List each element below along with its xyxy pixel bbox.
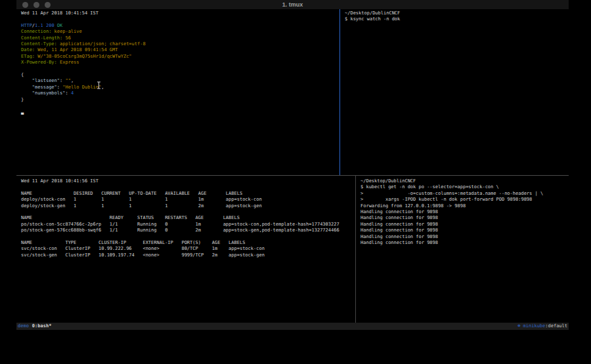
terminal-line: "numsymbols": 4 [21, 91, 339, 96]
terminal-line: po/stock-con-5cc874766c-2p6rp 1/1 Runnin… [21, 222, 355, 228]
status-left: demo 0:bash* [16, 323, 51, 330]
terminal-line [21, 184, 355, 190]
terminal-line [21, 209, 355, 215]
terminal-line: Handling connection for 9898 [361, 234, 569, 240]
kube-namespace: :default [545, 323, 567, 330]
terminal-line: Date: Wed, 11 Apr 2018 09:41:54 GMT [21, 47, 339, 53]
terminal-line: $ ksync watch -n dok [345, 16, 569, 22]
pane-divider-vertical-bottom[interactable] [355, 176, 356, 323]
window-title: 1. tmux [16, 0, 569, 9]
terminal-line: X-Powered-By: Express [21, 60, 339, 66]
terminal-line: "lastseen": "", [21, 78, 339, 84]
terminal-line: NAME TYPE CLUSTER-IP EXTERNAL-IP PORT(S)… [21, 240, 355, 246]
title-bar[interactable]: 1. tmux [16, 0, 569, 9]
terminal-content: Wed 11 Apr 2018 10:41:54 IST HTTP/1.1 20… [16, 9, 569, 323]
terminal-line: Connection: keep-alive [21, 29, 339, 35]
terminal-line: ▃ [21, 110, 339, 115]
terminal-line: NAME DESIRED CURRENT UP-TO-DATE AVAILABL… [21, 191, 355, 197]
terminal-line: "message": "Hello Dublin", [21, 85, 339, 91]
kube-context: minikube [520, 323, 545, 330]
text-cursor-pointer-icon [97, 81, 101, 89]
terminal-line: Content-Length: 56 [21, 35, 339, 41]
session-name: demo [18, 323, 29, 330]
terminal-line: Wed 11 Apr 2018 10:41:54 IST [21, 10, 339, 16]
terminal-line: HTTP/1.1 200 OK [21, 23, 339, 29]
pane-kubectl-get[interactable]: Wed 11 Apr 2018 10:41:56 IST NAME DESIRE… [16, 176, 355, 323]
terminal-line: Handling connection for 9898 [361, 209, 569, 215]
terminal-line [21, 103, 339, 109]
tmux-status-bar: demo 0:bash* ☸ minikube :default [16, 323, 569, 330]
status-right: ☸ minikube :default [517, 323, 569, 330]
terminal-line: > -o=custom-columns=:metadata.name --no-… [361, 191, 569, 197]
terminal-line: Handling connection for 9898 [361, 228, 569, 233]
terminal-line: Handling connection for 9898 [361, 240, 569, 246]
pane-divider-vertical-top[interactable] [339, 9, 340, 175]
terminal-line: ~/Desktop/DublinCNCF [361, 178, 569, 184]
pane-port-forward[interactable]: ~/Desktop/DublinCNCF$ kubectl get -n dok… [356, 176, 569, 323]
terminal-line: Handling connection for 9898 [361, 222, 569, 228]
terminal-line: ~/Desktop/DublinCNCF [345, 10, 569, 16]
pane-divider-horizontal[interactable] [16, 175, 569, 176]
terminal-line [21, 16, 339, 22]
terminal-line: NAME READY STATUS RESTARTS AGE LABELS [21, 215, 355, 221]
terminal-line: Handling connection for 9898 [361, 215, 569, 221]
terminal-line [21, 234, 355, 240]
terminal-line: $ kubectl get -n dok po --selector=app=s… [361, 184, 569, 190]
terminal-line: deploy/stock-con 1 1 1 1 1m app=stock-co… [21, 197, 355, 203]
terminal-line [21, 66, 339, 72]
window-tab-bash[interactable]: 0:bash* [29, 323, 52, 330]
terminal-line: ETag: W/"38-05coCsrg3mQ75sHr1d/qcWTwYZc" [21, 54, 339, 60]
terminal-line: svc/stock-gen ClusterIP 10.109.197.74 <n… [21, 253, 355, 258]
terminal-line: Wed 11 Apr 2018 10:41:56 IST [21, 178, 355, 184]
pane-ksync-watch[interactable]: ~/Desktop/DublinCNCF$ ksync watch -n dok [340, 9, 569, 175]
terminal-line: Content-Type: application/json; charset=… [21, 41, 339, 47]
terminal-line: } [21, 97, 339, 103]
terminal-line: svc/stock-con ClusterIP 10.99.222.96 <no… [21, 246, 355, 252]
terminal-line: > xargs -IPOD kubectl -n dok port-forwar… [361, 197, 569, 203]
terminal-line: Forwarding from 127.0.0.1:9898 -> 9898 [361, 203, 569, 209]
terminal-line: po/stock-gen-576cc688bb-swqf6 1/1 Runnin… [21, 228, 355, 233]
pane-http-response[interactable]: Wed 11 Apr 2018 10:41:54 IST HTTP/1.1 20… [16, 9, 339, 175]
terminal-line: deploy/stock-gen 1 1 1 1 2m app=stock-ge… [21, 203, 355, 209]
terminal-line: { [21, 72, 339, 78]
terminal-window: 1. tmux Wed 11 Apr 2018 10:41:54 IST HTT… [16, 0, 569, 330]
